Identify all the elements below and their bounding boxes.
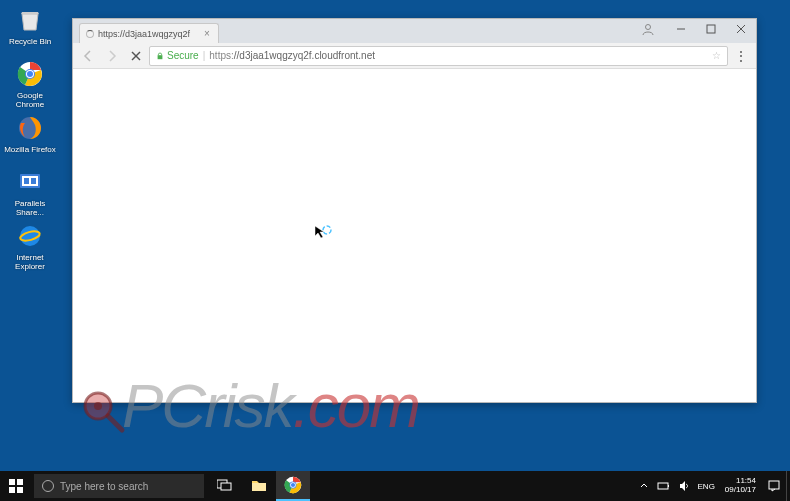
- show-desktop-button[interactable]: [786, 471, 790, 501]
- ie-icon: [14, 220, 46, 252]
- tray-language[interactable]: ENG: [694, 482, 719, 491]
- tab-close-button[interactable]: ×: [202, 29, 212, 39]
- secure-badge: Secure: [156, 50, 199, 61]
- cortana-icon: [42, 480, 54, 492]
- taskbar-clock[interactable]: 11:54 09/10/17: [719, 477, 762, 495]
- chrome-taskbar-button[interactable]: [276, 471, 310, 501]
- tray-volume-icon[interactable]: [674, 471, 694, 501]
- desktop-icon-label: Mozilla Firefox: [4, 146, 56, 155]
- svg-rect-34: [658, 483, 668, 489]
- minimize-button[interactable]: [666, 19, 696, 39]
- maximize-button[interactable]: [696, 19, 726, 39]
- tab-title: https://d3jaa1wqgzyq2f: [98, 29, 198, 39]
- desktop-icon-label: Recycle Bin: [9, 38, 51, 47]
- url-text: https://d3jaa1wqgzyq2f.cloudfront.net: [209, 50, 708, 61]
- desktop-icon-label: Google Chrome: [4, 92, 56, 110]
- svg-point-33: [291, 483, 295, 487]
- lock-icon: [156, 52, 164, 60]
- svg-rect-28: [221, 483, 231, 490]
- window-controls: [636, 19, 756, 39]
- svg-rect-25: [9, 487, 15, 493]
- svg-rect-26: [17, 487, 23, 493]
- busy-cursor-icon: [313, 224, 333, 248]
- stop-reload-button[interactable]: [125, 45, 147, 67]
- search-placeholder: Type here to search: [60, 481, 148, 492]
- watermark: PCrisk.com: [80, 370, 419, 441]
- chrome-menu-button[interactable]: ⋮: [730, 45, 752, 67]
- loading-spinner-icon: [86, 30, 94, 38]
- parallels-icon: [14, 166, 46, 198]
- omnibox[interactable]: Secure | https://d3jaa1wqgzyq2f.cloudfro…: [149, 46, 728, 66]
- system-tray: ENG 11:54 09/10/17: [634, 471, 790, 501]
- start-button[interactable]: [0, 471, 32, 501]
- svg-rect-29: [252, 483, 266, 491]
- svg-rect-7: [24, 178, 29, 184]
- address-bar: Secure | https://d3jaa1wqgzyq2f.cloudfro…: [73, 43, 756, 69]
- svg-point-3: [27, 71, 33, 77]
- desktop-icon-ie[interactable]: Internet Explorer: [4, 220, 56, 272]
- magnifier-icon: [80, 381, 130, 431]
- desktop-icon-parallels[interactable]: Parallels Share...: [4, 166, 56, 218]
- back-button[interactable]: [77, 45, 99, 67]
- svg-rect-13: [707, 25, 715, 33]
- close-window-button[interactable]: [726, 19, 756, 39]
- svg-rect-24: [17, 479, 23, 485]
- desktop-icon-recycle-bin[interactable]: Recycle Bin: [4, 4, 56, 47]
- svg-point-21: [94, 402, 102, 410]
- svg-rect-23: [9, 479, 15, 485]
- desktop-icon-label: Parallels Share...: [4, 200, 56, 218]
- tab-bar: https://d3jaa1wqgzyq2f ×: [73, 19, 756, 43]
- svg-rect-36: [769, 481, 779, 489]
- task-view-button[interactable]: [208, 471, 242, 501]
- tray-battery-icon[interactable]: [654, 471, 674, 501]
- file-explorer-button[interactable]: [242, 471, 276, 501]
- secure-label: Secure: [167, 50, 199, 61]
- svg-point-9: [20, 226, 40, 246]
- taskbar: Type here to search ENG 11:54 09/10/17: [0, 471, 790, 501]
- firefox-icon: [14, 112, 46, 144]
- svg-rect-18: [158, 55, 163, 59]
- clock-date: 09/10/17: [725, 486, 756, 495]
- taskbar-search[interactable]: Type here to search: [34, 474, 204, 498]
- recycle-bin-icon: [14, 4, 46, 36]
- task-icons: [208, 471, 310, 501]
- user-profile-icon[interactable]: [636, 19, 660, 39]
- browser-window: https://d3jaa1wqgzyq2f ×: [72, 18, 757, 403]
- tray-chevron-icon[interactable]: [634, 471, 654, 501]
- svg-line-22: [108, 416, 122, 430]
- svg-rect-35: [668, 485, 669, 487]
- svg-point-19: [323, 226, 331, 234]
- chrome-icon: [14, 58, 46, 90]
- desktop-icon-firefox[interactable]: Mozilla Firefox: [4, 112, 56, 155]
- notification-center-button[interactable]: [762, 471, 786, 501]
- bookmark-star-icon[interactable]: ☆: [712, 50, 721, 61]
- browser-tab[interactable]: https://d3jaa1wqgzyq2f ×: [79, 23, 219, 43]
- page-viewport: [73, 69, 756, 402]
- forward-button[interactable]: [101, 45, 123, 67]
- svg-point-11: [646, 25, 651, 30]
- desktop-icon-chrome[interactable]: Google Chrome: [4, 58, 56, 110]
- desktop-icon-label: Internet Explorer: [4, 254, 56, 272]
- svg-rect-8: [31, 178, 36, 184]
